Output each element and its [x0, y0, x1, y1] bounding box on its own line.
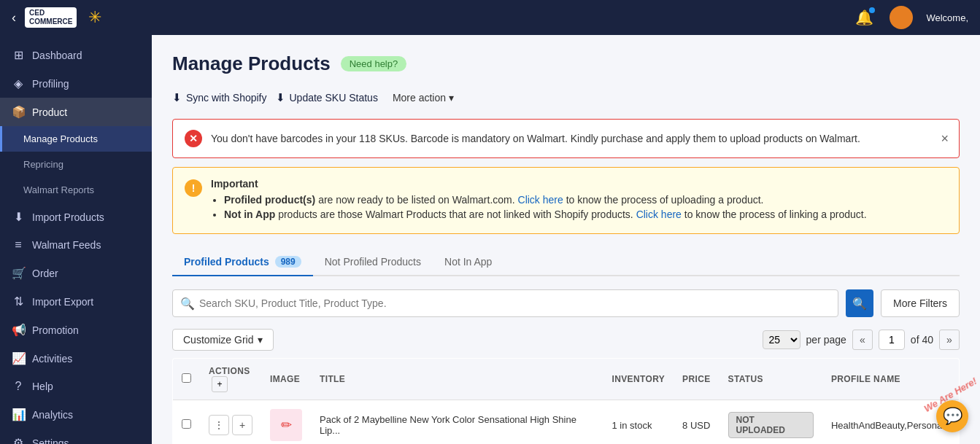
sidebar-label-settings: Settings	[32, 437, 69, 445]
notification-bell[interactable]: 🔔	[855, 9, 873, 26]
row-dots-menu-button[interactable]: ⋮	[209, 415, 229, 435]
ced-logo: CED COMMERCE	[25, 7, 77, 28]
total-pages-label: of 40	[911, 334, 933, 346]
sidebar-item-promotion[interactable]: 📢 Promotion	[0, 316, 152, 344]
sidebar-item-walmart-feeds[interactable]: ≡ Walmart Feeds	[0, 231, 152, 259]
more-action-label: More action	[393, 92, 446, 104]
per-page-label: per page	[806, 334, 846, 346]
warning-line2-link[interactable]: Click here	[636, 209, 682, 220]
more-filters-button[interactable]: More Filters	[881, 289, 960, 317]
walmart-icon: ✳	[88, 8, 101, 27]
avatar[interactable]	[890, 6, 913, 29]
help-icon: ?	[12, 380, 25, 393]
table-controls: Customize Grid ▾ 25 50 100 per page « of…	[172, 329, 960, 351]
row-status-cell: NOT UPLOADED	[719, 400, 822, 445]
promotion-icon: 📢	[12, 323, 25, 337]
warning-alert-content: Important Profiled product(s) are now re…	[211, 178, 867, 223]
sidebar-item-repricing[interactable]: Repricing	[0, 152, 152, 177]
sidebar-label-import-export: Import Export	[32, 296, 93, 308]
back-button[interactable]: ‹	[12, 10, 16, 26]
sidebar-item-activities[interactable]: 📈 Activities	[0, 344, 152, 373]
sidebar-item-product[interactable]: 📦 Product	[0, 98, 152, 126]
logo: CED COMMERCE	[25, 7, 77, 28]
sync-with-shopify-button[interactable]: ⬇ Sync with Shopify	[172, 88, 267, 107]
search-input-wrap: 🔍	[172, 289, 838, 317]
need-help-badge[interactable]: Need help?	[341, 56, 407, 71]
per-page-select[interactable]: 25 50 100	[763, 330, 800, 349]
row-add-button[interactable]: +	[232, 415, 252, 435]
pagination: 25 50 100 per page « of 40 »	[763, 330, 960, 350]
sidebar-item-manage-products[interactable]: Manage Products	[0, 126, 152, 152]
search-go-button[interactable]: 🔍	[846, 289, 873, 317]
search-input[interactable]	[199, 297, 830, 309]
row-actions-cell: ⋮ +	[200, 400, 261, 445]
sidebar-label-help: Help	[32, 381, 53, 392]
error-alert-text: You don't have barcodes in your 118 SKUs…	[211, 133, 947, 144]
page-number-input[interactable]	[879, 330, 905, 350]
tab-not-profiled-products[interactable]: Not Profiled Products	[313, 249, 433, 276]
import-products-icon: ⬇	[12, 210, 25, 224]
sidebar-item-profiling[interactable]: ◈ Profiling	[0, 69, 152, 98]
order-icon: 🛒	[12, 266, 25, 280]
col-checkbox	[173, 359, 201, 400]
sidebar-item-help[interactable]: ? Help	[0, 373, 152, 400]
product-price: 8 USD	[682, 420, 710, 431]
col-actions: ACTIONS +	[200, 359, 261, 400]
main-layout: ⊞ Dashboard ◈ Profiling 📦 Product Manage…	[0, 35, 980, 444]
update-sku-icon: ⬇	[276, 91, 285, 104]
row-title-cell: Pack of 2 Maybelline New York Color Sens…	[311, 400, 603, 445]
page-header: Manage Products Need help?	[172, 52, 960, 75]
sidebar-label-analytics: Analytics	[32, 409, 73, 421]
more-action-button[interactable]: More action ▾	[387, 89, 460, 106]
sidebar-label-import-products: Import Products	[32, 211, 104, 223]
dashboard-icon: ⊞	[12, 48, 25, 62]
tab-not-profiled-label: Not Profiled Products	[325, 256, 421, 268]
search-icon: 🔍	[180, 297, 195, 311]
tab-profiled-badge: 989	[275, 256, 301, 268]
activities-icon: 📈	[12, 351, 25, 365]
first-page-button[interactable]: «	[852, 330, 873, 350]
add-column-button[interactable]: +	[212, 376, 228, 392]
tab-not-in-app-label: Not In App	[444, 256, 492, 268]
tab-profiled-label: Profiled Products	[184, 256, 269, 268]
sidebar-item-import-export[interactable]: ⇅ Import Export	[0, 287, 152, 316]
sidebar-label-dashboard: Dashboard	[32, 50, 82, 61]
more-action-chevron-icon: ▾	[449, 92, 454, 104]
customize-grid-button[interactable]: Customize Grid ▾	[172, 329, 274, 351]
welcome-text: Welcome,	[926, 12, 968, 23]
sidebar-item-import-products[interactable]: ⬇ Import Products	[0, 203, 152, 231]
product-icon: 📦	[12, 105, 25, 119]
sidebar-label-activities: Activities	[32, 353, 72, 365]
error-alert-close-button[interactable]: ×	[941, 131, 949, 147]
walmart-feeds-icon: ≡	[12, 238, 25, 252]
sidebar-label-order: Order	[32, 268, 58, 279]
sidebar-item-order[interactable]: 🛒 Order	[0, 259, 152, 287]
sidebar-item-walmart-reports[interactable]: Walmart Reports	[0, 177, 152, 203]
product-profile-name: HealthAndBeauty,Persona...	[831, 420, 950, 431]
select-all-checkbox[interactable]	[182, 373, 191, 383]
not-in-app-label: Not in App	[224, 209, 275, 220]
sidebar-label-product: Product	[32, 106, 67, 118]
walmart-reports-label: Walmart Reports	[23, 184, 94, 195]
warning-line1-link[interactable]: Click here	[518, 194, 563, 206]
update-sku-status-button[interactable]: ⬇ Update SKU Status	[276, 88, 378, 107]
tab-profiled-products[interactable]: Profiled Products 989	[172, 249, 313, 276]
analytics-icon: 📊	[12, 408, 25, 421]
chat-fab[interactable]: 💬	[936, 400, 968, 432]
product-inventory: 1 in stock	[611, 420, 652, 431]
main-content: Manage Products Need help? ⬇ Sync with S…	[152, 35, 980, 444]
sidebar-item-settings[interactable]: ⚙ Settings	[0, 429, 152, 444]
sidebar-item-analytics[interactable]: 📊 Analytics	[0, 400, 152, 429]
sidebar-item-dashboard[interactable]: ⊞ Dashboard	[0, 41, 152, 69]
sidebar-label-profiling: Profiling	[32, 78, 69, 90]
table-row: ⋮ + ✏ Pack of 2 Maybelline New York Colo…	[173, 400, 960, 445]
product-title: Pack of 2 Maybelline New York Color Sens…	[320, 414, 576, 436]
warning-title: Important	[211, 178, 258, 190]
customize-grid-chevron-icon: ▾	[258, 334, 263, 346]
repricing-label: Repricing	[23, 159, 63, 170]
row-checkbox[interactable]	[182, 419, 191, 429]
last-page-button[interactable]: »	[939, 330, 960, 350]
top-nav: ‹ CED COMMERCE ✳ 🔔 Welcome,	[0, 0, 980, 35]
tab-not-in-app[interactable]: Not In App	[433, 249, 503, 276]
col-profile-name: PROFILE NAME	[822, 359, 960, 400]
